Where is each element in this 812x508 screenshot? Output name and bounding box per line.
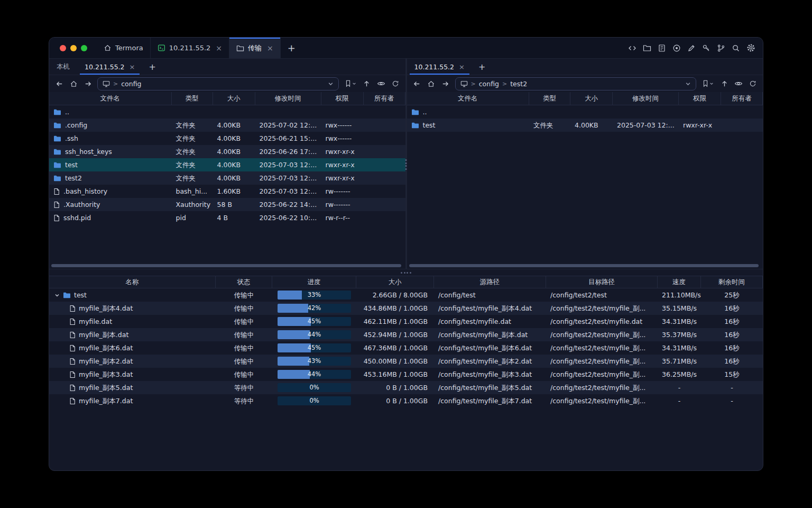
column-header[interactable]: 状态 xyxy=(216,276,272,288)
close-icon[interactable]: × xyxy=(216,44,222,52)
titlebar: Termora 10.211.55.2 × 传输 × + xyxy=(49,38,763,59)
edit-icon[interactable] xyxy=(685,41,698,55)
close-icon[interactable]: × xyxy=(130,64,135,70)
column-header[interactable]: 所有者 xyxy=(721,92,763,105)
transfer-row[interactable]: myfile_副本5.dat等待中0%0 B / 1.00GB/config/t… xyxy=(49,381,763,394)
transfer-row[interactable]: myfile_副本3.dat传输中44%453.16MB / 1.00GB/co… xyxy=(49,368,763,381)
refresh-button[interactable] xyxy=(746,77,759,90)
column-header[interactable]: 大小 xyxy=(213,92,255,105)
file-row[interactable]: .. xyxy=(407,105,763,119)
chevron-down-icon[interactable] xyxy=(685,81,691,87)
column-header[interactable]: 类型 xyxy=(529,92,570,105)
record-icon[interactable] xyxy=(670,41,684,55)
scrollbar-thumb[interactable] xyxy=(409,264,759,267)
column-header[interactable]: 类型 xyxy=(172,92,213,105)
breadcrumb-segment[interactable]: test2 xyxy=(510,80,527,88)
column-header[interactable]: 修改时间 xyxy=(613,92,679,105)
file-row[interactable]: .config文件夹4.00KB2025-07-02 12:...rwx----… xyxy=(49,119,405,132)
chevron-down-icon[interactable] xyxy=(54,293,60,298)
log-icon[interactable] xyxy=(655,41,669,55)
new-panel-tab-button[interactable]: + xyxy=(472,59,492,75)
path-breadcrumb[interactable]: >config>test2 xyxy=(455,77,697,90)
computer-icon xyxy=(103,80,110,87)
file-row[interactable]: .ssh文件夹4.00KB2025-06-21 15:...rwx------ xyxy=(49,132,405,145)
tab-ssh-session[interactable]: 10.211.55.2 × xyxy=(151,38,229,58)
transfer-row[interactable]: myfile_副本4.dat传输中42%434.86MB / 1.00GB/co… xyxy=(49,302,763,315)
zoom-window-button[interactable] xyxy=(81,45,87,51)
bookmark-button[interactable] xyxy=(699,77,716,90)
tab-transfer[interactable]: 传输 × xyxy=(229,38,281,58)
column-header[interactable]: 剩余时间 xyxy=(701,276,763,288)
settings-icon[interactable] xyxy=(744,41,758,55)
file-row[interactable]: sshd.pidpid4 B2025-06-22 10:...rw-r--r-- xyxy=(49,211,405,224)
minimize-window-button[interactable] xyxy=(70,45,77,51)
transfer-source-path: /config/test/myfile_副本2.dat xyxy=(434,355,546,368)
chevron-down-icon[interactable] xyxy=(328,81,334,87)
panel-tab-remote[interactable]: 10.211.55.2 × xyxy=(77,59,142,75)
breadcrumb-segment[interactable]: config xyxy=(479,80,499,88)
column-header[interactable]: 速度 xyxy=(658,276,701,288)
transfer-row[interactable]: myfile_副本7.dat等待中0%0 B / 1.00GB/config/t… xyxy=(49,394,763,407)
file-row[interactable]: test2文件夹4.00KB2025-07-03 12:...rwxr-xr-x xyxy=(49,171,405,185)
back-button[interactable] xyxy=(411,77,423,90)
branch-icon[interactable] xyxy=(714,41,728,55)
new-tab-button[interactable]: + xyxy=(281,38,302,58)
home-button[interactable] xyxy=(425,77,438,90)
show-hidden-files-button[interactable] xyxy=(375,77,387,90)
new-panel-tab-button[interactable]: + xyxy=(142,59,162,75)
code-icon[interactable] xyxy=(625,41,639,55)
path-breadcrumb[interactable]: >config xyxy=(97,77,339,90)
column-header[interactable]: 目标路径 xyxy=(546,276,658,288)
file-row[interactable]: .bash_historybash_hi...1.60KB2025-07-03 … xyxy=(49,185,405,198)
splitter-handle[interactable] xyxy=(401,272,411,274)
panel-tab-local[interactable]: 本机 xyxy=(49,59,77,75)
key-icon[interactable] xyxy=(699,41,713,55)
tab-termora-home[interactable]: Termora xyxy=(97,38,151,58)
home-button[interactable] xyxy=(67,77,80,90)
file-size: 4.00KB xyxy=(213,119,255,132)
horizontal-scrollbar[interactable] xyxy=(51,264,404,268)
column-header[interactable]: 大小 xyxy=(570,92,613,105)
transfer-name: myfile.dat xyxy=(79,315,112,328)
column-header[interactable]: 进度 xyxy=(272,276,356,288)
column-header[interactable]: 权限 xyxy=(679,92,721,105)
file-row[interactable]: ssh_host_keys文件夹4.00KB2025-06-26 17:...r… xyxy=(49,145,405,158)
file-row[interactable]: .. xyxy=(49,105,405,119)
column-header[interactable]: 文件名 xyxy=(407,92,530,105)
column-header[interactable]: 权限 xyxy=(321,92,364,105)
transfer-splitter[interactable] xyxy=(49,269,763,276)
forward-button[interactable] xyxy=(439,77,452,90)
folder-icon xyxy=(411,122,419,129)
transfer-status: 传输中 xyxy=(216,315,272,328)
transfer-row[interactable]: myfile_副本.dat传输中44%452.94MB / 1.00GB/con… xyxy=(49,328,763,341)
close-icon[interactable]: × xyxy=(459,64,465,70)
breadcrumb-segment[interactable]: config xyxy=(121,80,141,88)
column-header[interactable]: 文件名 xyxy=(49,92,172,105)
horizontal-scrollbar[interactable] xyxy=(409,264,762,268)
transfer-row[interactable]: myfile.dat传输中45%462.11MB / 1.00GB/config… xyxy=(49,315,763,328)
folder-icon[interactable] xyxy=(640,41,654,55)
bookmark-button[interactable] xyxy=(342,77,359,90)
column-header[interactable]: 修改时间 xyxy=(255,92,321,105)
transfer-row[interactable]: myfile_副本6.dat传输中45%467.36MB / 1.00GB/co… xyxy=(49,341,763,355)
back-button[interactable] xyxy=(53,77,66,90)
file-row[interactable]: test文件夹4.00KB2025-07-03 12:...rwxr-xr-x xyxy=(407,119,763,132)
close-icon[interactable]: × xyxy=(267,44,273,52)
show-hidden-files-button[interactable] xyxy=(732,77,745,90)
column-header[interactable]: 大小 xyxy=(356,276,434,288)
forward-button[interactable] xyxy=(81,77,94,90)
file-row[interactable]: .XauthorityXauthority58 B2025-06-22 14:.… xyxy=(49,198,405,211)
column-header[interactable]: 源路径 xyxy=(434,276,546,288)
close-window-button[interactable] xyxy=(60,45,66,51)
column-header[interactable]: 所有者 xyxy=(364,92,405,105)
search-icon[interactable] xyxy=(729,41,743,55)
panel-tab-remote[interactable]: 10.211.55.2 × xyxy=(407,59,472,75)
file-row[interactable]: test文件夹4.00KB2025-07-03 12:...rwxr-xr-x xyxy=(49,158,405,171)
transfer-row[interactable]: myfile_副本2.dat传输中43%450.00MB / 1.00GB/co… xyxy=(49,355,763,368)
up-directory-button[interactable] xyxy=(718,77,731,90)
transfer-row[interactable]: test传输中33%2.66GB / 8.00GB/config/test/co… xyxy=(49,288,763,302)
up-directory-button[interactable] xyxy=(361,77,373,90)
column-header[interactable]: 名称 xyxy=(49,276,216,288)
scrollbar-thumb[interactable] xyxy=(51,264,401,267)
refresh-button[interactable] xyxy=(389,77,402,90)
